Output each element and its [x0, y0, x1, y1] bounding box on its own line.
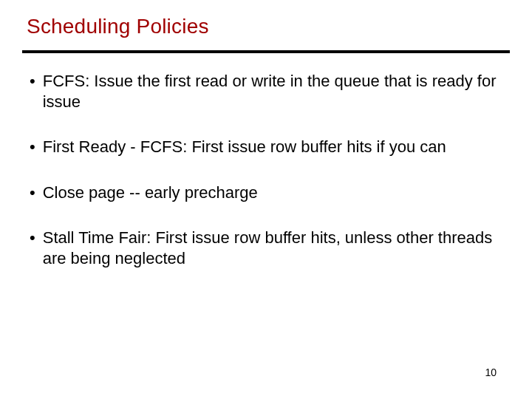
bullet-text: Close page -- early precharge	[41, 183, 502, 203]
title-underline	[22, 50, 510, 53]
slide-title: Scheduling Policies	[27, 15, 209, 38]
slide-content: • FCFS: Issue the first read or write in…	[30, 71, 502, 293]
slide: Scheduling Policies • FCFS: Issue the fi…	[0, 0, 532, 399]
list-item: • First Ready - FCFS: First issue row bu…	[30, 137, 502, 157]
bullet-text: FCFS: Issue the first read or write in t…	[41, 71, 502, 112]
list-item: • FCFS: Issue the first read or write in…	[30, 71, 502, 112]
list-item: • Stall Time Fair: First issue row buffe…	[30, 228, 502, 268]
list-item: • Close page -- early precharge	[30, 183, 502, 203]
bullet-text: First Ready - FCFS: First issue row buff…	[41, 137, 502, 157]
bullet-text: Stall Time Fair: First issue row buffer …	[41, 228, 502, 268]
bullet-icon: •	[30, 183, 35, 203]
bullet-icon: •	[30, 137, 35, 157]
page-number: 10	[485, 366, 497, 378]
bullet-icon: •	[30, 228, 35, 248]
bullet-icon: •	[30, 71, 35, 92]
